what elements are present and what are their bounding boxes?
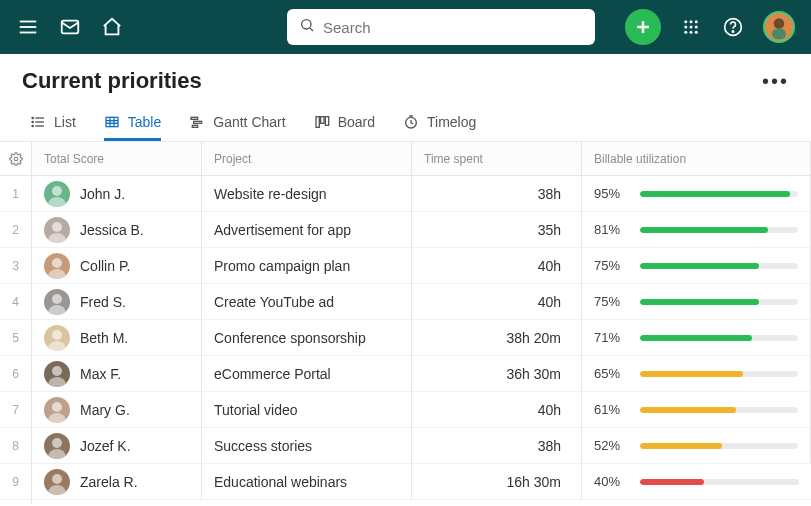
svg-rect-38 (325, 116, 328, 125)
svg-point-26 (32, 121, 33, 122)
data-table: Total Score Project Time spent Billable … (32, 142, 811, 504)
svg-rect-34 (194, 121, 202, 123)
page-title-row: Current priorities ••• (0, 54, 811, 102)
table-row-project[interactable]: Advertisement for app (202, 212, 412, 248)
table-row-name[interactable]: Zarela R. (32, 464, 202, 500)
table-row-utilization: 95% (582, 176, 811, 212)
row-number: 4 (0, 284, 31, 320)
col-header-time[interactable]: Time spent (412, 142, 582, 176)
table-row-time: 35h (412, 212, 582, 248)
table-row-project[interactable]: Conference sponsorship (202, 320, 412, 356)
table-row-name[interactable]: Collin P. (32, 248, 202, 284)
svg-point-51 (48, 305, 66, 315)
search-input[interactable] (323, 19, 583, 36)
list-icon (30, 114, 46, 130)
utilization-percent: 52% (594, 438, 628, 453)
table-row-name[interactable]: Beth M. (32, 320, 202, 356)
apps-grid-icon[interactable] (679, 15, 703, 39)
table-row-project[interactable]: Success stories (202, 428, 412, 464)
svg-point-49 (48, 269, 66, 279)
svg-point-12 (690, 26, 693, 29)
table-row-project[interactable]: Website re-design (202, 176, 412, 212)
utilization-bar (640, 335, 798, 341)
mail-icon[interactable] (58, 15, 82, 39)
col-header-project[interactable]: Project (202, 142, 412, 176)
svg-point-8 (684, 20, 687, 23)
tab-timelog[interactable]: Timelog (403, 102, 476, 141)
table-row-time: 36h 30m (412, 356, 582, 392)
user-avatar[interactable] (763, 11, 795, 43)
person-avatar (44, 433, 70, 459)
svg-point-48 (52, 258, 62, 268)
tab-table[interactable]: Table (104, 102, 161, 141)
tab-gantt[interactable]: Gantt Chart (189, 102, 285, 141)
table-row-name[interactable]: Max F. (32, 356, 202, 392)
utilization-percent: 65% (594, 366, 628, 381)
table-row-utilization: 75% (582, 248, 811, 284)
utilization-percent: 81% (594, 222, 628, 237)
help-icon[interactable] (721, 15, 745, 39)
tab-label: Table (128, 114, 161, 130)
table-row-project[interactable]: Create YouTube ad (202, 284, 412, 320)
svg-point-58 (52, 438, 62, 448)
utilization-percent: 75% (594, 258, 628, 273)
utilization-bar (640, 479, 799, 485)
gantt-icon (189, 114, 205, 130)
svg-point-25 (32, 117, 33, 118)
table-row-project[interactable]: Promo campaign plan (202, 248, 412, 284)
home-icon[interactable] (100, 15, 124, 39)
svg-point-56 (52, 402, 62, 412)
table-row-utilization: 65% (582, 356, 811, 392)
add-button[interactable] (625, 9, 661, 45)
tab-board[interactable]: Board (314, 102, 375, 141)
svg-point-54 (52, 366, 62, 376)
col-header-utilization[interactable]: Billable utilization (582, 142, 811, 176)
svg-line-5 (310, 28, 313, 31)
person-avatar (44, 253, 70, 279)
svg-point-44 (52, 186, 62, 196)
table-row-utilization: 75% (582, 284, 811, 320)
table-row-name[interactable]: Jessica B. (32, 212, 202, 248)
utilization-bar (640, 263, 798, 269)
content-area: 123456789 Total Score Project Time spent… (0, 142, 811, 504)
svg-point-55 (48, 377, 66, 387)
row-number: 7 (0, 392, 31, 428)
svg-point-50 (52, 294, 62, 304)
table-row-name[interactable]: Fred S. (32, 284, 202, 320)
table-row-time: 40h (412, 248, 582, 284)
person-name: Max F. (80, 366, 121, 382)
svg-point-47 (48, 233, 66, 243)
table-row-project[interactable]: eCommerce Portal (202, 356, 412, 392)
row-number: 2 (0, 212, 31, 248)
svg-point-27 (32, 125, 33, 126)
utilization-percent: 75% (594, 294, 628, 309)
svg-point-46 (52, 222, 62, 232)
person-avatar (44, 181, 70, 207)
person-avatar (44, 469, 70, 495)
col-header-score[interactable]: Total Score (32, 142, 202, 176)
tab-label: Timelog (427, 114, 476, 130)
tab-list[interactable]: List (30, 102, 76, 141)
person-avatar (44, 361, 70, 387)
person-avatar (44, 289, 70, 315)
search-box[interactable] (287, 9, 595, 45)
table-row-project[interactable]: Tutorial video (202, 392, 412, 428)
person-name: Mary G. (80, 402, 130, 418)
svg-rect-21 (772, 29, 786, 40)
more-options-icon[interactable]: ••• (762, 70, 789, 93)
row-number-column: 123456789 (0, 142, 32, 504)
settings-gear-icon[interactable] (0, 142, 31, 176)
table-row-utilization: 40% (582, 464, 811, 500)
table-row-project[interactable]: Educational webinars (202, 464, 412, 500)
svg-point-14 (684, 31, 687, 34)
svg-point-20 (774, 18, 785, 29)
menu-icon[interactable] (16, 15, 40, 39)
utilization-bar (640, 371, 798, 377)
svg-point-18 (732, 31, 733, 32)
person-avatar (44, 217, 70, 243)
table-row-name[interactable]: Jozef K. (32, 428, 202, 464)
svg-rect-37 (320, 116, 323, 123)
table-row-name[interactable]: John J. (32, 176, 202, 212)
table-row-name[interactable]: Mary G. (32, 392, 202, 428)
svg-point-60 (52, 474, 62, 484)
